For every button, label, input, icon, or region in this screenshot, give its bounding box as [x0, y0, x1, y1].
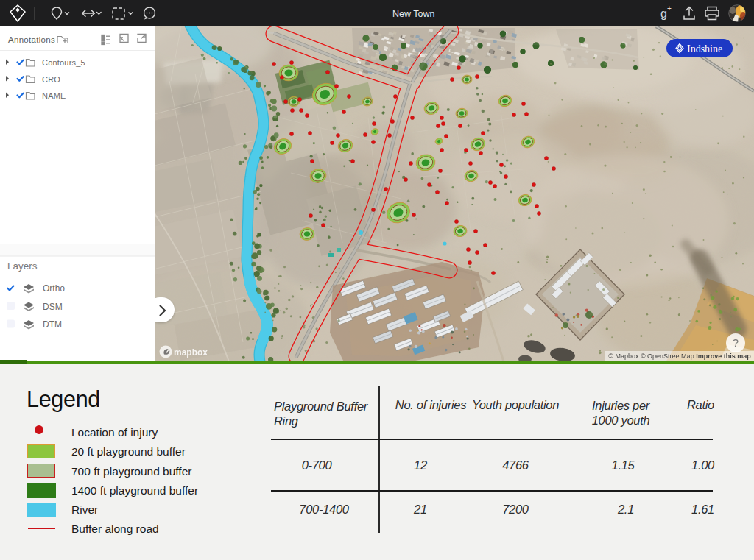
svg-text:Annotations: Annotations	[8, 35, 55, 44]
svg-text:mapbox: mapbox	[174, 347, 208, 358]
svg-text:DSM: DSM	[43, 302, 63, 312]
svg-text:New Town: New Town	[392, 9, 434, 19]
svg-text:g: g	[660, 7, 667, 20]
svg-text:Indshine: Indshine	[687, 43, 722, 54]
svg-text:DTM: DTM	[43, 319, 62, 330]
svg-text:Ortho: Ortho	[43, 283, 65, 294]
svg-text:NAME: NAME	[42, 91, 66, 100]
svg-text:Layers: Layers	[7, 260, 38, 272]
svg-text:Contours_5: Contours_5	[42, 58, 85, 67]
svg-text:+: +	[667, 4, 672, 13]
svg-text:CRO: CRO	[42, 75, 60, 84]
